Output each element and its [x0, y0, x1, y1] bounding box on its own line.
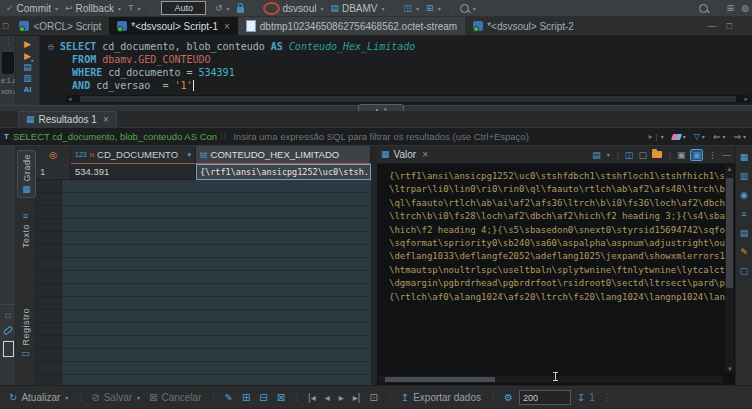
sql-code[interactable]: ⊖ SELECT cd_documento, blob_conteudo AS … [48, 40, 415, 92]
window-restore-icon[interactable]: □ [6, 311, 11, 320]
tab-dsvsoul-script-2[interactable]: *<dsvsoul> Script-2 [465, 17, 582, 35]
chevron-down-icon[interactable]: ▾ [416, 5, 419, 12]
chevron-down-icon[interactable]: ▾ [118, 5, 121, 12]
column-header-cd-documento[interactable]: 123N CD_DOCUMENTO ▾ [71, 146, 196, 164]
close-icon[interactable]: × [224, 21, 230, 32]
cell-conteudo-hex-limitado[interactable]: {\rtf1\ansi\ansicpg1252\uc0\stsh... [196, 164, 371, 180]
perspective-button[interactable]: ◍ [738, 0, 752, 16]
chevron-down-icon[interactable]: ▾ [473, 5, 476, 12]
filter-input[interactable] [231, 130, 642, 143]
tab-orcl-script[interactable]: <ORCL> Script [11, 17, 109, 35]
cancel-button[interactable]: ⊠ Cancelar [146, 392, 204, 403]
apply-filter-button[interactable]: ▸ | ▾ [647, 132, 666, 141]
commit-mode-button[interactable]: Auto [161, 1, 206, 15]
scroll-down-icon[interactable]: ▼ [727, 366, 733, 372]
save-button[interactable]: ⊘ Salvar ▾ [88, 392, 143, 403]
row-number-cell[interactable]: 1 [36, 164, 71, 180]
folder-icon[interactable] [652, 151, 662, 158]
connection-selector[interactable]: dsvsoul ▾ [260, 0, 327, 16]
chevron-down-icon[interactable]: ▾ [65, 394, 68, 401]
execute-new-tab-button[interactable]: ▶ [24, 51, 31, 61]
valor-horizontal-scrollbar[interactable] [379, 376, 723, 383]
rollback-button[interactable]: ↩ Rollback ▾ [62, 0, 124, 16]
chevron-down-icon[interactable]: ▾ [137, 394, 140, 401]
form-view-icon[interactable]: ▥ [740, 171, 749, 181]
chevron-down-icon[interactable]: ▾ [722, 133, 725, 140]
refresh-button[interactable]: ↻ Atualizar ▾ [6, 392, 71, 403]
next-row-button[interactable]: ▸ [336, 392, 347, 403]
scroll-left-icon[interactable]: ◂ [66, 95, 74, 103]
chevron-down-icon[interactable]: ▾ [683, 133, 686, 140]
schema-compare-button[interactable]: ⊞ ▾ [423, 0, 444, 16]
close-icon[interactable]: × [422, 149, 428, 160]
clear-filter-button[interactable]: ▾ [670, 133, 688, 140]
rows-panel-icon[interactable]: ≡ [741, 209, 746, 219]
word-wrap-icon[interactable]: ▤ [592, 150, 601, 160]
duplicate-row-button[interactable]: ⊟ [256, 392, 270, 403]
minimize-panel-icon[interactable]: — [722, 150, 731, 160]
fetch-size-input[interactable] [519, 390, 571, 405]
sql-editor[interactable]: ⊖ SELECT cd_documento, blob_conteudo AS … [40, 36, 752, 105]
ai-assistant-button[interactable]: AI [24, 85, 32, 94]
search-button[interactable]: ▾ [457, 0, 479, 16]
settings-button[interactable]: ⚙ [501, 392, 516, 403]
fetch-next-page-button[interactable]: ↧ 1 [574, 392, 598, 403]
history-forward-button[interactable]: ⇒ ▾ [731, 132, 748, 142]
chevron-down-icon[interactable]: ▾ [438, 5, 441, 12]
brush-panel-icon[interactable]: ✎ [740, 247, 748, 257]
scroll-right-icon[interactable]: ▸ [742, 95, 750, 103]
execute-script-button[interactable]: ▤ [23, 63, 32, 72]
chevron-down-icon[interactable]: ▾ [320, 5, 323, 12]
transaction-history-button[interactable]: ↺ ▾ [212, 0, 233, 16]
close-icon[interactable]: × [103, 114, 109, 125]
chevron-down-icon[interactable]: ▾ [382, 5, 385, 12]
tab-grade[interactable]: Grade ▦ [17, 150, 36, 198]
goto-row-button[interactable]: ⊡ [366, 392, 380, 403]
chevron-down-icon[interactable]: ▾ [702, 133, 705, 140]
transaction-log-button[interactable]: T ▾ [125, 0, 144, 16]
explain-plan-button[interactable]: ▥ [23, 74, 32, 83]
info-panel-icon[interactable]: ◉ [740, 190, 748, 200]
panel-menu-icon[interactable]: ⋮ [708, 150, 717, 160]
filters-menu-button[interactable]: ▽ ▾ [692, 132, 707, 141]
maximize-editor-icon[interactable]: □ [727, 21, 732, 31]
last-row-button[interactable]: ▸| [350, 392, 364, 403]
history-back-button[interactable]: ⇐ ▾ [711, 132, 728, 142]
row-number-header[interactable]: ◎ [36, 146, 71, 164]
attach-icon[interactable] [3, 325, 14, 335]
previous-row-button[interactable]: ◂ [322, 392, 333, 403]
export-data-button[interactable]: ↥ Exportar dados [398, 392, 484, 403]
open-perspective-button[interactable]: ⊞ [724, 0, 738, 16]
scrollbar-thumb[interactable] [726, 178, 733, 288]
edit-cell-button[interactable]: ✎ [222, 392, 236, 403]
valor-vertical-scrollbar[interactable]: ▲ ▼ [725, 166, 734, 372]
chevron-down-icon[interactable]: ▾ [55, 5, 58, 12]
tab-registro[interactable]: Registro ▭ [17, 308, 34, 358]
tab-resultados-1[interactable]: ▦ Resultados 1 × [18, 111, 117, 128]
collapsed-navigator-strip[interactable]: ⋮ e:1.a vcn.c □ [0, 36, 16, 385]
chevron-down-icon[interactable]: ▾ [607, 151, 610, 158]
chevron-down-icon[interactable]: ▾ [661, 133, 664, 140]
chevron-down-icon[interactable]: ▾ [743, 133, 746, 140]
auto-format-icon[interactable]: ▣ [690, 149, 703, 161]
grid-view-icon[interactable]: ▦ [740, 152, 749, 162]
first-row-button[interactable]: |◂ [305, 392, 319, 403]
scrollbar-thumb[interactable] [80, 96, 736, 102]
scroll-up-icon[interactable]: ▲ [727, 166, 733, 172]
database-selector[interactable]: ▤ DBAMV ▾ [327, 0, 387, 16]
quick-search-button[interactable] [696, 0, 711, 16]
restore-panel-button[interactable]: □ [0, 17, 11, 35]
value-panel-icon[interactable]: ▢ [740, 266, 749, 276]
delete-row-button[interactable]: ⊠ [274, 392, 288, 403]
chevron-down-icon[interactable]: ▾ [227, 5, 230, 12]
minimize-editor-icon[interactable]: — [708, 21, 717, 31]
column-header-conteudo-hex-limitado[interactable]: ▤ CONTEUDO_HEX_LIMITADO [196, 146, 371, 164]
tab-texto[interactable]: ≡ Texto [17, 212, 34, 248]
load-from-file-icon[interactable]: ▢ [638, 150, 647, 160]
add-row-button[interactable]: ⊞ [239, 392, 253, 403]
chevron-down-icon[interactable]: ▾ [137, 5, 140, 12]
metadata-panel-icon[interactable]: ▤ [740, 228, 749, 238]
editor-horizontal-scrollbar[interactable]: ◂ ▸ [66, 95, 750, 103]
sort-chevron-icon[interactable]: ▾ [187, 151, 191, 159]
save-to-file-icon[interactable]: ◫ [625, 150, 634, 160]
